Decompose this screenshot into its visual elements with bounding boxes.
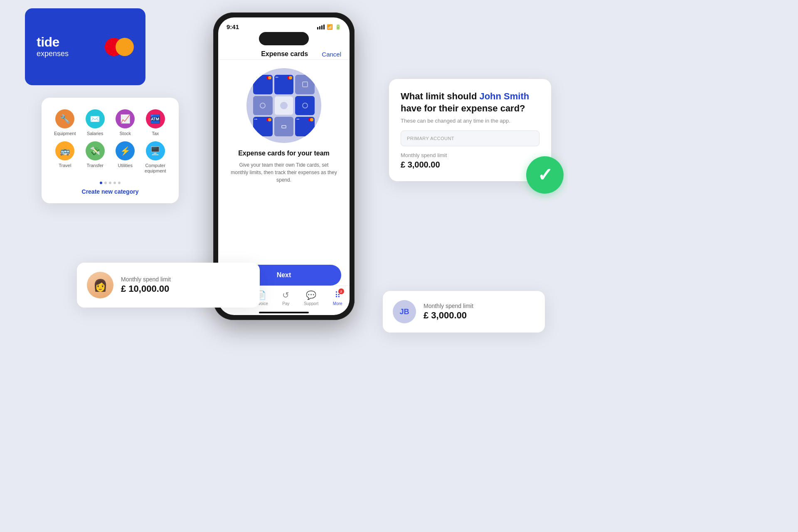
- person-name: John Smith: [479, 91, 529, 101]
- jb-spend-amount: £ 3,000.00: [424, 310, 473, 321]
- nav-label: Support: [304, 301, 318, 306]
- nav-more[interactable]: ⠿ 2 More: [333, 290, 342, 306]
- status-icons: 📶 🔋: [317, 24, 341, 30]
- dot: [118, 182, 121, 184]
- category-label: Utilities: [118, 163, 133, 168]
- mini-card: tide: [253, 117, 273, 136]
- phone-time: 9:41: [227, 23, 239, 30]
- monthly-limit-section: Monthly spend limit £ 3,000.00: [401, 152, 539, 170]
- mini-card: [295, 96, 315, 116]
- limit-question: What limit should John Smith have for th…: [401, 91, 539, 114]
- list-item[interactable]: ⚡ Utilities: [112, 141, 139, 174]
- check-icon: ✓: [537, 166, 553, 184]
- category-label: Transfer: [86, 163, 103, 168]
- list-item[interactable]: 🏧 Tax: [142, 109, 169, 136]
- jb-avatar: JB: [393, 300, 416, 323]
- list-item[interactable]: 💸 Transfer: [82, 141, 109, 174]
- mini-card: [274, 117, 294, 136]
- nav-pay[interactable]: ↺ Pay: [282, 290, 289, 306]
- primary-account-field[interactable]: PRIMARY ACCOUNT: [401, 131, 539, 146]
- category-label: Computer equipment: [142, 163, 169, 174]
- spend-info: Monthly spend limit £ 10,000.00: [121, 276, 171, 294]
- wifi-icon: 📶: [327, 24, 333, 30]
- mini-card: [274, 96, 294, 116]
- monthly-limit-amount: £ 3,000.00: [401, 160, 539, 170]
- cancel-button[interactable]: Cancel: [322, 51, 341, 58]
- list-item[interactable]: 🔧 Equipment: [52, 109, 79, 136]
- nav-label: More: [333, 301, 342, 306]
- category-label: Equipment: [54, 131, 76, 136]
- limit-card-right: What limit should John Smith have for th…: [389, 79, 551, 181]
- battery-icon: 🔋: [335, 24, 341, 30]
- avatar: 👩: [87, 272, 113, 298]
- nav-support[interactable]: 💬 Support: [304, 290, 318, 306]
- category-label: Tax: [152, 131, 159, 136]
- promo-text: Give your team their own Tide cards, set…: [227, 161, 341, 184]
- mini-card: [295, 75, 315, 94]
- category-label: Stock: [119, 131, 131, 136]
- nav-badge: 2: [338, 288, 344, 294]
- spend-amount: £ 10,000.00: [121, 283, 171, 294]
- mini-card: tide: [274, 75, 294, 94]
- mini-card: [253, 96, 273, 116]
- pagination-dots: [52, 182, 169, 184]
- phone-nav-bar: Expense cards Cancel: [218, 47, 350, 60]
- status-bar: 9:41 📶 🔋: [218, 17, 350, 32]
- signal-icon: [317, 25, 325, 30]
- tide-title: tide: [37, 35, 69, 49]
- stock-icon: 📈: [116, 109, 135, 128]
- promo-title: Expense cards for your team: [238, 150, 330, 157]
- travel-icon: 🚌: [55, 141, 74, 160]
- computer-icon: 🖥️: [146, 141, 165, 160]
- dot: [104, 182, 107, 184]
- screen-title: Expense cards: [261, 50, 308, 58]
- jb-spend-info: Monthly spend limit £ 3,000.00: [424, 303, 473, 321]
- list-item[interactable]: ✉️ Salaries: [82, 109, 109, 136]
- avatar-image: 👩: [87, 272, 113, 298]
- mastercard-logo: [105, 38, 134, 56]
- utilities-icon: ⚡: [116, 141, 135, 160]
- list-item[interactable]: 📈 Stock: [112, 109, 139, 136]
- dot-active: [100, 182, 102, 184]
- tide-logo-card: tide expenses: [25, 8, 145, 85]
- expense-cards-visual: tide tide: [246, 68, 321, 143]
- create-category-link[interactable]: Create new category: [52, 188, 169, 195]
- list-item[interactable]: 🚌 Travel: [52, 141, 79, 174]
- salaries-icon: ✉️: [86, 109, 105, 128]
- limit-subtitle: These can be changed at any time in the …: [401, 118, 539, 124]
- category-grid: 🔧 Equipment ✉️ Salaries 📈 Stock 🏧 Tax 🚌 …: [52, 109, 169, 174]
- jb-spend-card: JB Monthly spend limit £ 3,000.00: [383, 291, 545, 332]
- nav-label: Pay: [282, 301, 289, 306]
- confirm-checkmark[interactable]: ✓: [526, 156, 564, 194]
- list-item[interactable]: 🖥️ Computer equipment: [142, 141, 169, 174]
- question-start: What limit should: [401, 91, 479, 101]
- support-icon: 💬: [306, 290, 316, 300]
- pay-icon: ↺: [282, 290, 289, 300]
- dynamic-island: [259, 32, 309, 45]
- question-end: have for their expense card?: [401, 103, 525, 113]
- category-label: Travel: [59, 163, 71, 168]
- phone-content: tide tide: [218, 60, 350, 265]
- mini-card: tide: [253, 75, 273, 94]
- mc-orange-circle: [116, 38, 134, 56]
- tide-subtitle: expenses: [37, 49, 69, 58]
- spend-limit-card-left: 👩 Monthly spend limit £ 10,000.00: [77, 263, 260, 308]
- dot: [109, 182, 111, 184]
- home-indicator: [259, 312, 309, 313]
- monthly-limit-label: Monthly spend limit: [401, 152, 539, 158]
- tax-icon: 🏧: [146, 109, 165, 128]
- equipment-icon: 🔧: [55, 109, 74, 128]
- transfer-icon: 💸: [86, 141, 105, 160]
- categories-card: 🔧 Equipment ✉️ Salaries 📈 Stock 🏧 Tax 🚌 …: [42, 98, 179, 203]
- tide-brand-text: tide expenses: [37, 35, 69, 58]
- dot: [113, 182, 116, 184]
- spend-label: Monthly spend limit: [121, 276, 171, 283]
- category-label: Salaries: [87, 131, 103, 136]
- jb-spend-label: Monthly spend limit: [424, 303, 473, 309]
- mini-card: tide: [295, 117, 315, 136]
